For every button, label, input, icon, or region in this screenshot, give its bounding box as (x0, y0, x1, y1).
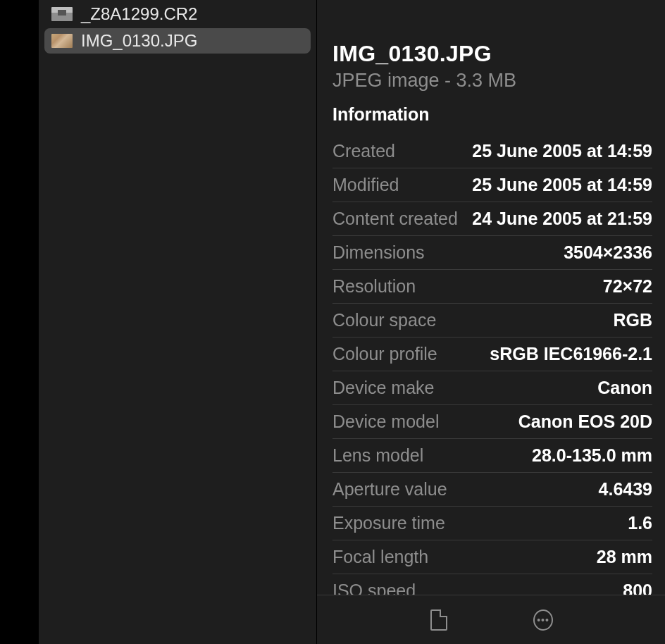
info-value: 4.6439 (599, 479, 652, 500)
info-row-colour-profile: Colour profile sRGB IEC61966-2.1 (332, 338, 652, 371)
info-row-colour-space: Colour space RGB (332, 304, 652, 338)
info-row-resolution: Resolution 72×72 (332, 270, 652, 304)
info-label: Device model (332, 411, 439, 432)
detail-content: IMG_0130.JPG JPEG image - 3.3 MB Informa… (317, 0, 665, 595)
info-row-iso: ISO speed 800 (332, 574, 652, 595)
info-row-modified: Modified 25 June 2005 at 14:59 (332, 168, 652, 202)
info-label: Modified (332, 175, 399, 195)
more-button[interactable]: ••• (533, 608, 553, 632)
left-strip (0, 0, 39, 644)
info-label: Content created (332, 209, 458, 229)
info-value: 28 mm (597, 547, 652, 567)
info-label: Resolution (332, 276, 416, 297)
bottom-toolbar: ••• (317, 595, 665, 644)
info-row-dimensions: Dimensions 3504×2336 (332, 236, 652, 270)
info-row-lens-model: Lens model 28.0-135.0 mm (332, 439, 652, 473)
document-icon (430, 609, 447, 631)
info-value: sRGB IEC61966-2.1 (490, 344, 652, 364)
info-label: Device make (332, 378, 435, 398)
info-value: RGB (613, 310, 652, 330)
file-item-jpg[interactable]: IMG_0130.JPG (44, 28, 311, 54)
info-value: Canon EOS 20D (518, 411, 652, 432)
info-row-created: Created 25 June 2005 at 14:59 (332, 135, 652, 168)
info-label: ISO speed (332, 581, 416, 595)
info-value: Canon (597, 378, 652, 398)
file-title: IMG_0130.JPG (332, 41, 652, 67)
detail-panel: IMG_0130.JPG JPEG image - 3.3 MB Informa… (317, 0, 665, 644)
file-name: _Z8A1299.CR2 (81, 4, 197, 24)
info-label: Focal length (332, 547, 428, 567)
more-icon: ••• (533, 609, 553, 631)
file-item-cr2[interactable]: _Z8A1299.CR2 (44, 1, 311, 27)
file-list: _Z8A1299.CR2 IMG_0130.JPG (39, 0, 317, 644)
info-label: Lens model (332, 445, 423, 466)
section-heading: Information (332, 104, 652, 125)
info-label: Created (332, 141, 395, 161)
document-button[interactable] (429, 608, 449, 632)
info-value: 1.6 (628, 513, 652, 533)
info-value: 25 June 2005 at 14:59 (472, 175, 652, 195)
info-value: 3504×2336 (564, 242, 652, 263)
info-row-content-created: Content created 24 June 2005 at 21:59 (332, 202, 652, 236)
info-label: Colour space (332, 310, 436, 330)
info-label: Exposure time (332, 513, 445, 533)
thumbnail-icon (51, 34, 73, 48)
info-label: Colour profile (332, 344, 437, 364)
info-value: 25 June 2005 at 14:59 (472, 141, 652, 161)
file-subtitle: JPEG image - 3.3 MB (332, 70, 652, 92)
info-value: 72×72 (603, 276, 652, 297)
info-label: Aperture value (332, 479, 447, 500)
info-label: Dimensions (332, 242, 425, 263)
info-value: 24 June 2005 at 21:59 (472, 209, 652, 229)
info-row-focal-length: Focal length 28 mm (332, 540, 652, 574)
info-row-aperture: Aperture value 4.6439 (332, 473, 652, 507)
info-row-exposure: Exposure time 1.6 (332, 507, 652, 540)
info-row-device-make: Device make Canon (332, 371, 652, 405)
info-value: 800 (623, 581, 652, 595)
info-row-device-model: Device model Canon EOS 20D (332, 405, 652, 439)
info-value: 28.0-135.0 mm (532, 445, 652, 466)
thumbnail-icon (51, 7, 73, 21)
file-name: IMG_0130.JPG (81, 31, 197, 51)
